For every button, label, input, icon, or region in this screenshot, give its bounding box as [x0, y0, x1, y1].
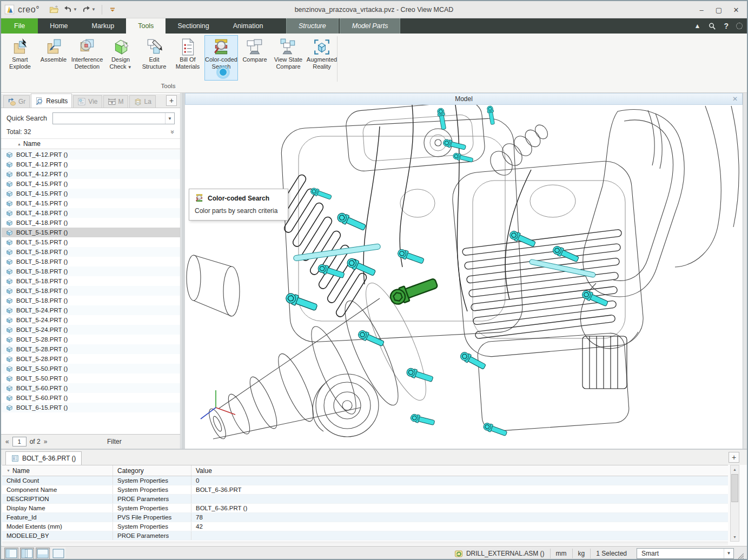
- property-row[interactable]: DESCRIPTION PROE Parameters: [2, 495, 728, 504]
- redo-button[interactable]: ▼: [80, 4, 97, 15]
- sidebar-tab[interactable]: Gr: [3, 95, 30, 108]
- active-model-indicator[interactable]: DRILL_EXTERNAL.ASM (): [449, 549, 550, 558]
- result-list-item[interactable]: BOLT_5-60.PRT (): [2, 393, 180, 403]
- close-button[interactable]: ✕: [727, 6, 745, 14]
- drill-wireframe-model[interactable]: [185, 105, 743, 449]
- ribbon-tab[interactable]: Sectioning: [166, 18, 221, 34]
- result-list-item[interactable]: BOLT_5-18.PRT (): [2, 276, 180, 286]
- result-list-item[interactable]: BOLT_4-12.PRT (): [2, 159, 180, 169]
- add-properties-tab-button[interactable]: +: [729, 452, 739, 463]
- ribbon-tab[interactable]: File: [1, 18, 38, 34]
- property-row[interactable]: Display Name System Properties BOLT_6-36…: [2, 504, 728, 513]
- result-list-item[interactable]: BOLT_4-12.PRT (): [2, 150, 180, 159]
- result-list-item[interactable]: BOLT_4-15.PRT (): [2, 198, 180, 208]
- result-list-item[interactable]: BOLT_5-18.PRT (): [2, 257, 180, 266]
- result-list-item[interactable]: BOLT_4-18.PRT (): [2, 218, 180, 228]
- undo-caret-icon[interactable]: ▼: [73, 7, 77, 12]
- properties-scrollbar[interactable]: ▲ ▼: [730, 465, 739, 542]
- undo-button[interactable]: ▼: [62, 4, 79, 15]
- result-list-item[interactable]: BOLT_5-18.PRT (): [2, 247, 180, 257]
- customize-toolbar-button[interactable]: [107, 4, 118, 15]
- layout-button[interactable]: [51, 548, 65, 559]
- column-header-category[interactable]: Category: [113, 465, 191, 476]
- layout-button[interactable]: [36, 548, 50, 559]
- property-row[interactable]: MODELED_BY PROE Parameters: [2, 531, 728, 541]
- ribbon-button[interactable]: Augmented Reality: [305, 35, 339, 81]
- result-list-item[interactable]: BOLT_5-60.PRT (): [2, 383, 180, 393]
- scroll-up-icon[interactable]: ▲: [731, 465, 739, 474]
- mass-unit-indicator[interactable]: kg: [572, 549, 591, 558]
- ribbon-button[interactable]: Compare: [238, 35, 272, 81]
- maximize-button[interactable]: ▢: [710, 6, 727, 14]
- filter-label[interactable]: Filter: [107, 438, 122, 445]
- contextual-tab[interactable]: Structure: [286, 18, 339, 34]
- result-list-item[interactable]: BOLT_5-28.PRT (): [2, 354, 180, 364]
- properties-tab[interactable]: BOLT_6-36.PRT (): [5, 451, 82, 465]
- scroll-down-icon[interactable]: ▼: [731, 533, 739, 541]
- connectivity-icon[interactable]: [736, 23, 743, 29]
- result-list-item[interactable]: BOLT_5-50.PRT (): [2, 364, 180, 374]
- properties-horizontal-scrollbar[interactable]: [2, 542, 728, 545]
- result-list-item[interactable]: BOLT_4-18.PRT (): [2, 208, 180, 218]
- result-list-item[interactable]: BOLT_6-15.PRT (): [2, 403, 180, 412]
- result-list-item[interactable]: BOLT_5-24.PRT (): [2, 305, 180, 315]
- redo-caret-icon[interactable]: ▼: [91, 7, 96, 12]
- selection-mode-dropdown[interactable]: Smart ▼: [637, 548, 734, 559]
- property-row[interactable]: Model Extents (mm) System Properties 42: [2, 522, 728, 531]
- viewport-close-icon[interactable]: ✕: [732, 95, 738, 103]
- collapse-options-icon[interactable]: »: [169, 130, 177, 134]
- search-commands-icon[interactable]: [708, 22, 716, 30]
- result-list-item[interactable]: BOLT_5-18.PRT (): [2, 266, 180, 276]
- layout-button[interactable]: [20, 548, 34, 559]
- layout-button[interactable]: [4, 548, 18, 559]
- ribbon-tab[interactable]: Home: [38, 18, 80, 34]
- sidebar-tab[interactable]: M: [103, 95, 128, 108]
- previous-page-button[interactable]: «: [5, 438, 9, 445]
- column-header-value[interactable]: Value: [191, 465, 728, 476]
- result-list-item[interactable]: BOLT_5-18.PRT (): [2, 286, 180, 296]
- collapse-ribbon-icon[interactable]: ▲: [694, 22, 701, 30]
- property-row[interactable]: Child Count System Properties 0: [2, 476, 728, 485]
- ribbon-button[interactable]: Assemble: [37, 35, 70, 81]
- column-header-name[interactable]: ▼Name: [2, 465, 113, 476]
- result-list-item[interactable]: BOLT_4-15.PRT (): [2, 189, 180, 198]
- next-page-button[interactable]: »: [44, 438, 48, 445]
- sidebar-tab[interactable]: La: [129, 95, 156, 108]
- contextual-tab[interactable]: Model Parts: [340, 18, 401, 34]
- result-list-item[interactable]: BOLT_5-18.PRT (): [2, 296, 180, 305]
- quick-search-dropdown-icon[interactable]: ▼: [165, 113, 174, 124]
- panel-splitter[interactable]: [181, 93, 185, 449]
- quick-search-input[interactable]: ▼: [52, 112, 175, 124]
- property-row[interactable]: Component Name System Properties BOLT_6-…: [2, 485, 728, 495]
- ribbon-tab[interactable]: Animation: [221, 18, 275, 34]
- sidebar-tab[interactable]: Results: [31, 94, 72, 108]
- ribbon-button[interactable]: Edit Structure: [137, 35, 171, 81]
- length-unit-indicator[interactable]: mm: [550, 549, 572, 558]
- scrollbar-thumb[interactable]: [731, 474, 738, 502]
- resize-grip[interactable]: [737, 552, 744, 559]
- ribbon-button[interactable]: Design Check▼: [104, 35, 137, 81]
- minimize-button[interactable]: –: [693, 6, 710, 14]
- model-viewport[interactable]: Model ✕: [185, 93, 743, 449]
- property-row[interactable]: Feature_Id PVS File Properties 78: [2, 513, 728, 522]
- help-icon[interactable]: ?: [724, 22, 729, 30]
- result-list-item[interactable]: BOLT_5-50.PRT (): [2, 374, 180, 383]
- result-list-item[interactable]: BOLT_4-15.PRT (): [2, 179, 180, 189]
- ribbon-button[interactable]: Smart Explode: [3, 35, 37, 81]
- result-list-item[interactable]: BOLT_4-12.PRT (): [2, 169, 180, 179]
- name-column-header[interactable]: ▲ Name: [1, 138, 180, 149]
- result-list-item[interactable]: BOLT_5-24.PRT (): [2, 325, 180, 335]
- sidebar-tab[interactable]: Vie: [73, 95, 102, 108]
- add-panel-tab-button[interactable]: +: [166, 95, 177, 106]
- ribbon-tab[interactable]: Markup: [80, 18, 127, 34]
- result-list-item[interactable]: BOLT_5-15.PRT (): [2, 237, 180, 247]
- ribbon-button[interactable]: View State Compare: [272, 35, 305, 81]
- open-file-button[interactable]: [47, 3, 61, 16]
- ribbon-tab[interactable]: Tools: [126, 18, 166, 34]
- result-list-item[interactable]: BOLT_5-24.PRT (): [2, 315, 180, 325]
- ribbon-button[interactable]: Interference Detection: [70, 35, 104, 81]
- page-number-input[interactable]: 1: [12, 437, 27, 446]
- result-list-item[interactable]: BOLT_5-15.PRT (): [2, 228, 180, 237]
- selection-mode-caret-icon[interactable]: ▼: [724, 549, 733, 558]
- ribbon-button[interactable]: Bill Of Materials: [171, 35, 204, 81]
